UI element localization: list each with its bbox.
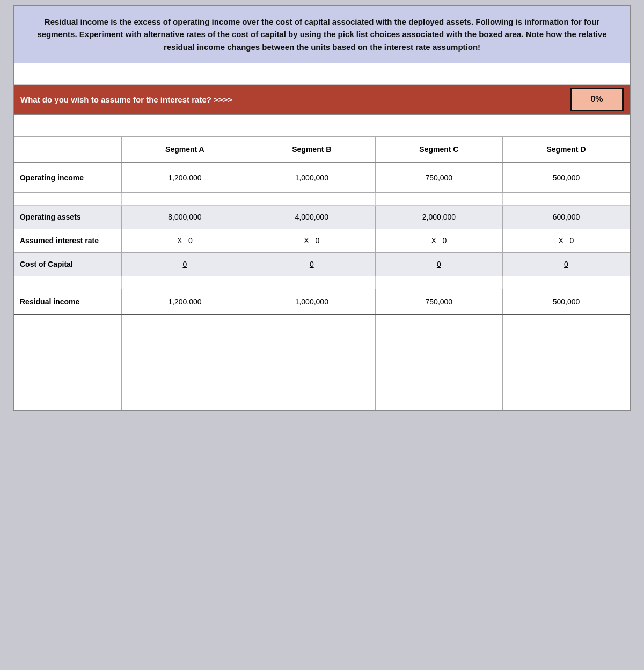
header-segment-b: Segment B (248, 136, 375, 162)
main-table: Segment A Segment B Segment C Segment D … (14, 136, 630, 411)
interest-rate-row: What do you wish to assume for the inter… (14, 85, 630, 115)
residual-income-b: 1,000,000 (248, 289, 375, 315)
x-b: X (304, 236, 309, 245)
oi-b-value: 1,000,000 (295, 173, 328, 182)
operating-income-d: 500,000 (502, 162, 630, 192)
intro-section: Residual income is the excess of operati… (14, 6, 630, 63)
table-row-residual-income: Residual income 1,200,000 1,000,000 750,… (14, 289, 630, 315)
table-row-operating-income: Operating income 1,200,000 1,000,000 750… (14, 162, 630, 192)
cost-capital-b: 0 (248, 252, 375, 276)
assumed-interest-a: X 0 (122, 229, 248, 252)
spacer-row-2 (14, 276, 630, 289)
oi-a-value: 1,200,000 (168, 173, 201, 182)
operating-assets-c: 2,000,000 (375, 205, 502, 229)
cost-capital-label: Cost of Capital (14, 252, 122, 276)
header-label-empty (14, 136, 122, 162)
residual-income-d: 500,000 (502, 289, 630, 315)
empty-row-1 (14, 324, 630, 367)
table-row-operating-assets: Operating assets 8,000,000 4,000,000 2,0… (14, 205, 630, 229)
table-header-row: Segment A Segment B Segment C Segment D (14, 136, 630, 162)
assumed-interest-c: X 0 (375, 229, 502, 252)
operating-income-label: Operating income (14, 162, 122, 192)
spacer-middle (14, 115, 630, 136)
operating-income-b: 1,000,000 (248, 162, 375, 192)
residual-income-a: 1,200,000 (122, 289, 248, 315)
cost-capital-a: 0 (122, 252, 248, 276)
bottom-border-row (14, 315, 630, 324)
residual-income-label: Residual income (14, 289, 122, 315)
x-c: X (431, 236, 436, 245)
spacer-top (14, 63, 630, 85)
table-row-assumed-interest: Assumed interest rate X 0 X 0 X 0 X 0 (14, 229, 630, 252)
interest-rate-box[interactable]: 0% (570, 88, 624, 111)
x-a: X (177, 236, 182, 245)
header-segment-c: Segment C (375, 136, 502, 162)
interest-rate-value: 0% (590, 94, 603, 104)
oi-c-value: 750,000 (426, 173, 453, 182)
spacer-row-1 (14, 192, 630, 205)
operating-assets-d: 600,000 (502, 205, 630, 229)
operating-assets-a: 8,000,000 (122, 205, 248, 229)
operating-income-a: 1,200,000 (122, 162, 248, 192)
cost-capital-d: 0 (502, 252, 630, 276)
assumed-interest-b: X 0 (248, 229, 375, 252)
interest-rate-label: What do you wish to assume for the inter… (20, 95, 570, 104)
x-d: X (558, 236, 563, 245)
oi-d-value: 500,000 (553, 173, 580, 182)
operating-income-c: 750,000 (375, 162, 502, 192)
assumed-interest-d: X 0 (502, 229, 630, 252)
operating-assets-b: 4,000,000 (248, 205, 375, 229)
assumed-interest-label: Assumed interest rate (14, 229, 122, 252)
header-segment-a: Segment A (122, 136, 248, 162)
operating-assets-label: Operating assets (14, 205, 122, 229)
cost-capital-c: 0 (375, 252, 502, 276)
empty-row-2 (14, 367, 630, 410)
intro-text: Residual income is the excess of operati… (30, 16, 614, 53)
residual-income-c: 750,000 (375, 289, 502, 315)
header-segment-d: Segment D (502, 136, 630, 162)
table-row-cost-capital: Cost of Capital 0 0 0 0 (14, 252, 630, 276)
